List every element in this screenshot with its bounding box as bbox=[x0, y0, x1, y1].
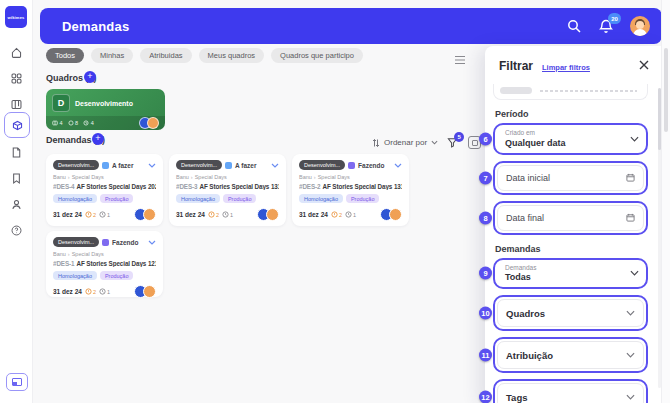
scrollbar-thumb[interactable] bbox=[664, 48, 668, 132]
clipped-filter-field[interactable] bbox=[493, 84, 648, 100]
sidebar-item-apps[interactable] bbox=[8, 70, 24, 86]
chevron-down-icon bbox=[148, 163, 156, 168]
board-card-desenvolvimento[interactable]: D Desenvolvimento 4 8 4 bbox=[46, 89, 165, 130]
card-expand-button[interactable] bbox=[148, 240, 156, 245]
notification-count-badge: 20 bbox=[608, 13, 621, 24]
card-expand-button[interactable] bbox=[148, 163, 156, 168]
breadcrumb: Banu›Special Days bbox=[176, 174, 279, 180]
grid-icon bbox=[10, 72, 23, 85]
add-quadro-button[interactable]: + bbox=[84, 71, 96, 83]
app-logo: wikimes bbox=[5, 6, 27, 28]
filter-panel-title: Filtrar bbox=[499, 59, 533, 73]
search-icon bbox=[566, 18, 582, 34]
view-toggle-button[interactable] bbox=[454, 51, 466, 61]
alert-count: 2 bbox=[85, 211, 96, 218]
add-demanda-button[interactable]: + bbox=[92, 133, 104, 145]
board-chip: Desenvolvim... bbox=[299, 160, 345, 170]
created-at-select[interactable]: Criado em Qualquer data bbox=[493, 123, 648, 155]
period-section-label: Período bbox=[495, 109, 646, 119]
sidebar-item-bookmarks[interactable] bbox=[8, 170, 24, 186]
sidebar-item-boards[interactable] bbox=[8, 96, 24, 112]
status-icon bbox=[102, 162, 109, 169]
tab-minhas[interactable]: Minhas bbox=[91, 48, 133, 63]
demand-card[interactable]: Desenvolvim... A fazer Banu›Special Days… bbox=[169, 154, 286, 226]
page-scrollbar[interactable] bbox=[661, 0, 670, 403]
notifications-button[interactable]: 20 bbox=[598, 18, 614, 34]
tab-quadros-participo[interactable]: Quadros que participo bbox=[271, 48, 363, 63]
atribuicao-filter[interactable]: Atribuição bbox=[493, 337, 648, 373]
board-initial: D bbox=[52, 94, 70, 112]
tab-todos[interactable]: Todos bbox=[46, 48, 84, 63]
demand-title: #DES-3AF Stories Special Days 1314 bbox=[176, 183, 279, 190]
demand-card[interactable]: Desenvolvim... Fazendo Banu›Special Days… bbox=[46, 231, 163, 297]
breadcrumb: Banu›Special Days bbox=[53, 251, 156, 257]
board-chip: Desenvolvim... bbox=[176, 160, 222, 170]
board-stat-members: 8 bbox=[68, 120, 79, 126]
close-panel-button[interactable] bbox=[638, 57, 650, 69]
close-icon bbox=[638, 59, 650, 71]
demandas-select[interactable]: Demandas Todas bbox=[493, 258, 648, 290]
sidebar-item-profile[interactable] bbox=[8, 196, 24, 212]
chevron-down-icon[interactable] bbox=[431, 140, 438, 145]
card-expand-button[interactable] bbox=[271, 163, 279, 168]
appbar: Demandas 20 bbox=[40, 8, 662, 44]
alert-icon bbox=[85, 288, 92, 295]
filter-panel: Filtrar Limpar filtros Período 6 Criado … bbox=[485, 46, 662, 403]
user-avatar[interactable] bbox=[630, 16, 650, 36]
assignee-avatars bbox=[380, 208, 402, 221]
tab-meus-quadros[interactable]: Meus quadros bbox=[199, 48, 265, 63]
status-label: A fazer bbox=[235, 162, 256, 169]
tag-producao: Produção bbox=[223, 194, 257, 203]
avatar bbox=[389, 208, 402, 221]
assignee-avatars bbox=[134, 285, 156, 298]
sidebar-item-documents[interactable] bbox=[8, 144, 24, 160]
alert-icon bbox=[85, 211, 92, 218]
start-date-input[interactable]: Data inicial bbox=[493, 161, 648, 195]
chevron-down-icon bbox=[626, 310, 635, 316]
board-stat-time: 4 bbox=[83, 120, 94, 126]
end-date-input[interactable]: Data final bbox=[493, 201, 648, 235]
demand-card[interactable]: Desenvolvim... A fazer Banu›Special Days… bbox=[46, 154, 163, 226]
annotation-badge: 12 bbox=[479, 391, 492, 403]
clear-filters-link[interactable]: Limpar filtros bbox=[542, 63, 590, 72]
clock-icon bbox=[222, 211, 229, 218]
demand-title: #DES-4AF Stories Special Days 2020 bbox=[53, 183, 156, 190]
sort-by-button[interactable]: Ordenar por bbox=[384, 138, 427, 147]
annotation-badge: 9 bbox=[479, 267, 492, 280]
timer-count: 1 bbox=[99, 211, 110, 218]
sidebar-item-home[interactable] bbox=[8, 44, 24, 60]
filters-button[interactable]: 5 bbox=[447, 137, 458, 148]
chevron-down-icon bbox=[394, 163, 402, 168]
card-expand-button[interactable] bbox=[394, 163, 402, 168]
tags-filter[interactable]: Tags bbox=[493, 379, 648, 403]
status-label: Fazendo bbox=[358, 162, 384, 169]
chevron-down-icon bbox=[148, 240, 156, 245]
demand-title: #DES-1AF Stories Special Days 1212 bbox=[53, 260, 156, 267]
status-label: Fazendo bbox=[112, 239, 138, 246]
annotation-badge: 11 bbox=[479, 349, 492, 362]
avatar bbox=[143, 285, 156, 298]
filter-tabs: Todos Minhas Atribuidas Meus quadros Qua… bbox=[46, 48, 363, 63]
annotation-badge: 7 bbox=[479, 171, 492, 184]
sidebar-item-help[interactable] bbox=[8, 222, 24, 238]
chevron-down-icon bbox=[626, 394, 635, 400]
board-name: Desenvolvimento bbox=[75, 100, 133, 107]
status-icon bbox=[225, 162, 232, 169]
tag-producao: Produção bbox=[346, 194, 380, 203]
sidebar-item-demands[interactable] bbox=[4, 112, 30, 138]
demand-card[interactable]: Desenvolvim... Fazendo Banu›Special Days… bbox=[292, 154, 409, 226]
tag-homologacao: Homologação bbox=[53, 194, 97, 203]
board-stat-boards: 4 bbox=[52, 120, 63, 126]
search-button[interactable] bbox=[566, 18, 582, 34]
board-chip: Desenvolvim... bbox=[53, 237, 99, 247]
collapse-sidebar-button[interactable] bbox=[6, 373, 28, 391]
timer-count: 1 bbox=[345, 211, 356, 218]
tag-homologacao: Homologação bbox=[53, 271, 97, 280]
tag-homologacao: Homologação bbox=[176, 194, 220, 203]
sort-arrows-icon bbox=[372, 138, 380, 148]
clock-icon bbox=[345, 211, 352, 218]
tab-atribuidas[interactable]: Atribuidas bbox=[140, 48, 191, 63]
quadros-filter[interactable]: Quadros bbox=[493, 295, 648, 331]
due-date: 31 dez 24 bbox=[53, 288, 82, 295]
chevron-down-icon bbox=[630, 136, 639, 142]
